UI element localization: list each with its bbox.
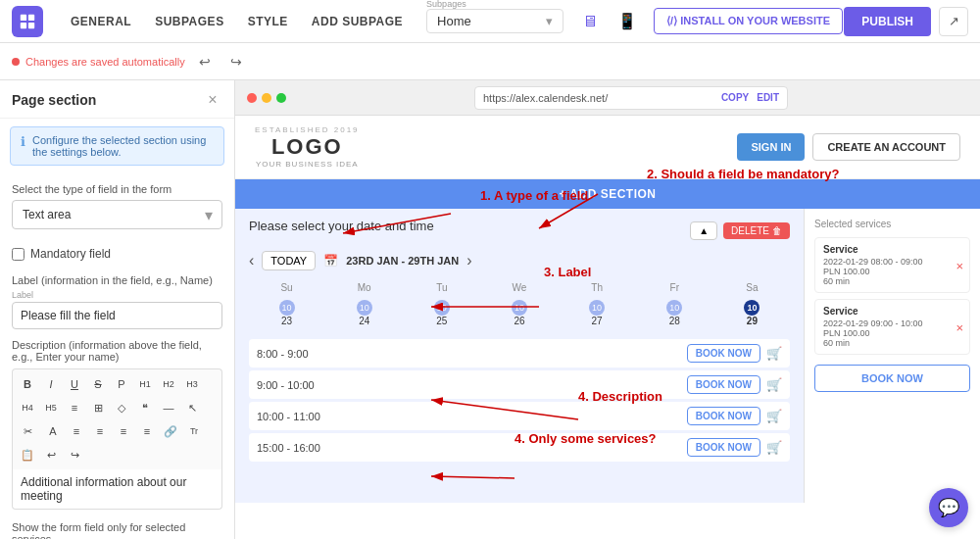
site-header-buttons: SIGN IN CREATE AN ACCOUNT bbox=[737, 133, 960, 161]
toolbar-ordered-list[interactable]: ⊞ bbox=[87, 397, 109, 418]
redo-button[interactable]: ↪ bbox=[224, 50, 248, 74]
toolbar-undo[interactable]: ↩ bbox=[40, 444, 62, 466]
toolbar-h4[interactable]: H4 bbox=[17, 397, 38, 418]
toolbar-strikethrough[interactable]: S bbox=[87, 373, 109, 395]
description-editor[interactable]: Additional information about our meeting bbox=[12, 469, 222, 510]
book-now-button-4[interactable]: BOOK NOW bbox=[687, 438, 760, 457]
toolbar-color[interactable]: A bbox=[42, 420, 64, 442]
calendar-header-row: Su Mo Tu We Th Fr Sa bbox=[249, 280, 790, 295]
toolbar-clipboard[interactable]: 📋 bbox=[17, 444, 38, 466]
toolbar-paragraph[interactable]: P bbox=[111, 373, 132, 395]
book-now-button-1[interactable]: BOOK NOW bbox=[687, 344, 760, 363]
book-now-button-2[interactable]: BOOK NOW bbox=[687, 375, 760, 394]
svg-rect-3 bbox=[28, 22, 34, 27]
nav-add-subpage[interactable]: ADD SUBPAGE bbox=[300, 0, 415, 43]
toolbar-align-center[interactable]: ≡ bbox=[89, 420, 111, 442]
app-logo[interactable] bbox=[12, 6, 43, 37]
sign-in-button[interactable]: SIGN IN bbox=[737, 133, 805, 161]
undo-button[interactable]: ↩ bbox=[193, 50, 217, 74]
mobile-icon[interactable]: 📱 bbox=[612, 7, 642, 36]
panel-title: Page section bbox=[12, 92, 96, 108]
calendar-nav: ‹ TODAY 📅 23RD JAN - 29TH JAN › bbox=[249, 251, 790, 270]
cal-day-27[interactable]: 10 27 bbox=[560, 297, 635, 329]
service-2-name: Service bbox=[823, 306, 961, 317]
chat-bubble[interactable]: 💬 bbox=[929, 488, 968, 527]
publish-button[interactable]: PUBLISH bbox=[844, 7, 931, 36]
mandatory-row: Mandatory field bbox=[0, 239, 234, 269]
service-2-remove[interactable]: × bbox=[956, 319, 963, 334]
cart-icon-2: 🛒 bbox=[766, 377, 782, 392]
close-dot bbox=[247, 93, 257, 103]
svg-rect-0 bbox=[21, 14, 26, 20]
subpages-dropdown[interactable]: Home ▾ bbox=[426, 9, 564, 33]
toolbar-list[interactable]: ≡ bbox=[64, 397, 85, 418]
services-sidebar-title: Selected services bbox=[814, 219, 970, 229]
description-section: Description (information above the field… bbox=[0, 333, 234, 514]
toolbar-blockquote[interactable]: ❝ bbox=[134, 397, 156, 418]
nav-general[interactable]: GENERAL bbox=[59, 0, 143, 43]
toolbar-link[interactable]: 🔗 bbox=[160, 420, 181, 442]
cal-day-29[interactable]: 10 29 bbox=[714, 297, 790, 329]
toolbar-h1[interactable]: H1 bbox=[134, 373, 156, 395]
toolbar-align-right[interactable]: ≡ bbox=[113, 420, 134, 442]
toolbar-hr[interactable]: — bbox=[158, 397, 179, 418]
cal-day-23[interactable]: 10 23 bbox=[249, 297, 324, 329]
right-content: https://alex.calendesk.net/ COPY EDIT ES… bbox=[235, 80, 980, 539]
toolbar-underline[interactable]: U bbox=[64, 373, 85, 395]
toolbar-h2[interactable]: H2 bbox=[158, 373, 179, 395]
services-book-now-button[interactable]: BOOK NOW bbox=[814, 365, 970, 392]
toolbar-h5[interactable]: H5 bbox=[40, 397, 62, 418]
install-button[interactable]: ⟨/⟩ INSTALL ON YOUR WEBSITE bbox=[654, 8, 843, 34]
field-type-select[interactable]: Text area bbox=[12, 200, 222, 229]
toolbar-code[interactable]: ◇ bbox=[111, 397, 132, 418]
panel-header: Page section × bbox=[0, 80, 234, 119]
cal-header-fr: Fr bbox=[637, 280, 712, 295]
desktop-icon[interactable]: 🖥 bbox=[575, 7, 605, 36]
service-2-detail3: 60 min bbox=[823, 338, 961, 348]
cal-header-we: We bbox=[481, 280, 557, 295]
export-icon[interactable]: ↗ bbox=[939, 7, 968, 36]
create-account-button[interactable]: CREATE AN ACCOUNT bbox=[812, 133, 960, 161]
cal-day-24[interactable]: 10 24 bbox=[326, 297, 402, 329]
nav-style[interactable]: STYLE bbox=[236, 0, 300, 43]
panel-close-button[interactable]: × bbox=[203, 90, 222, 110]
cal-day-25[interactable]: 10 25 bbox=[404, 297, 479, 329]
services-sidebar: Selected services Service 2022-01-29 08:… bbox=[804, 209, 980, 503]
chevron-down-icon: ▾ bbox=[546, 14, 553, 28]
toolbar-italic[interactable]: I bbox=[40, 373, 62, 395]
add-section-bar[interactable]: + ADD SECTION bbox=[235, 179, 980, 209]
toolbar-align-justify[interactable]: ≡ bbox=[136, 420, 158, 442]
expand-button[interactable]: ▲ bbox=[690, 221, 717, 240]
cal-next-button[interactable]: › bbox=[466, 252, 471, 270]
toolbar-bold[interactable]: B bbox=[17, 373, 38, 395]
today-button[interactable]: TODAY bbox=[262, 251, 316, 270]
toolbar-redo[interactable]: ↪ bbox=[64, 444, 85, 466]
cal-header-mo: Mo bbox=[326, 280, 402, 295]
time-slot-4: 15:00 - 16:00 BOOK NOW 🛒 bbox=[249, 433, 790, 462]
toolbar-image[interactable]: ↖ bbox=[181, 397, 203, 418]
toolbar-h3[interactable]: H3 bbox=[181, 373, 203, 395]
service-1-name: Service bbox=[823, 244, 961, 255]
label-input[interactable] bbox=[12, 302, 222, 329]
toolbar-align-left[interactable]: ≡ bbox=[66, 420, 87, 442]
services-filter-label: Show the form field only for selected se… bbox=[12, 521, 222, 539]
services-filter-section: Show the form field only for selected se… bbox=[0, 514, 234, 539]
delete-button[interactable]: DELETE 🗑 bbox=[723, 222, 790, 239]
cal-day-28[interactable]: 10 28 bbox=[637, 297, 712, 329]
mandatory-checkbox[interactable] bbox=[12, 248, 24, 261]
cart-icon-4: 🛒 bbox=[766, 440, 782, 455]
nav-subpages[interactable]: SUBPAGES bbox=[143, 0, 235, 43]
book-now-button-3[interactable]: BOOK NOW bbox=[687, 407, 760, 425]
toolbar-scissors[interactable]: ✂ bbox=[17, 420, 38, 442]
copy-url-button[interactable]: COPY bbox=[721, 92, 749, 103]
field-type-label: Select the type of field in the form bbox=[12, 183, 222, 195]
time-slot-1: 8:00 - 9:00 BOOK NOW 🛒 bbox=[249, 339, 790, 368]
cal-day-26[interactable]: 10 26 bbox=[481, 297, 557, 329]
cal-header-tu: Tu bbox=[404, 280, 479, 295]
toolbar-format[interactable]: Tr bbox=[183, 420, 205, 442]
edit-url-button[interactable]: EDIT bbox=[757, 92, 779, 103]
website-content: ESTABLISHED 2019 LOGO YOUR BUSINESS IDEA… bbox=[235, 116, 980, 539]
cal-prev-button[interactable]: ‹ bbox=[249, 252, 254, 270]
service-1-remove[interactable]: × bbox=[956, 258, 963, 272]
service-1-detail1: 2022-01-29 08:00 - 09:00 bbox=[823, 257, 961, 267]
